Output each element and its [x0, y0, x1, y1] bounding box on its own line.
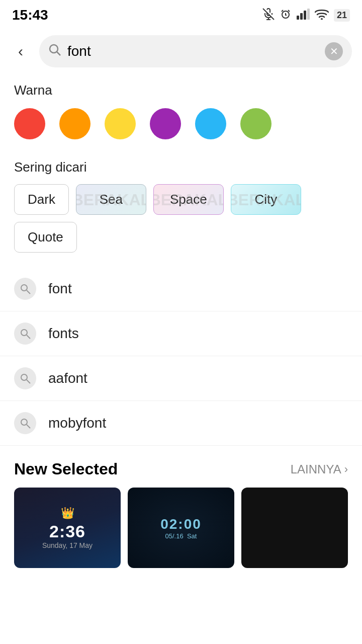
- tag-sea[interactable]: Sea BERAKAL: [76, 184, 146, 215]
- new-selected-section: New Selected LAINNYA › 👑 2:36 Sunday, 17…: [0, 446, 362, 568]
- suggestion-font[interactable]: font: [0, 267, 362, 311]
- alarm-icon: [280, 8, 292, 23]
- svg-line-12: [57, 52, 60, 55]
- suggestion-mobyfont[interactable]: mobyfont: [0, 401, 362, 446]
- suggestions-list: font fonts aafont mobyfont: [0, 267, 362, 446]
- svg-line-18: [27, 380, 30, 383]
- search-bar-row: ‹ ✕: [0, 30, 362, 72]
- suggestion-aafont[interactable]: aafont: [0, 356, 362, 401]
- clear-icon: ✕: [330, 45, 338, 57]
- suggestion-fonts[interactable]: fonts: [0, 311, 362, 356]
- suggestion-search-icon-1: [14, 278, 36, 300]
- thumbnail-black[interactable]: [241, 488, 348, 568]
- signal-icon: [297, 9, 310, 22]
- svg-line-4: [282, 10, 283, 12]
- suggestion-text-1: font: [48, 281, 72, 297]
- sering-section: Sering dicari Dark Sea BERAKAL Space BER…: [0, 154, 362, 253]
- svg-point-10: [321, 18, 323, 20]
- thumb-blue-date: 05/.16 Sat: [165, 532, 197, 540]
- new-selected-title: New Selected: [14, 460, 118, 478]
- search-icon: [48, 43, 61, 59]
- svg-line-5: [288, 10, 290, 12]
- warna-title: Warna: [14, 83, 348, 98]
- green-circle[interactable]: [240, 108, 272, 139]
- lainnya-label: LAINNYA: [291, 462, 341, 476]
- status-time: 15:43: [12, 7, 48, 23]
- tag-city[interactable]: City BERAKAL: [231, 184, 301, 215]
- orange-circle[interactable]: [59, 108, 90, 139]
- back-button[interactable]: ‹: [8, 39, 33, 64]
- tag-quote-label: Quote: [28, 229, 63, 245]
- svg-line-14: [27, 290, 30, 294]
- color-circles: [0, 108, 362, 139]
- battery-level: 21: [334, 9, 350, 22]
- suggestion-text-3: aafont: [48, 370, 87, 386]
- thumbnail-blue[interactable]: 02:00 05/.16 Sat: [128, 488, 234, 568]
- svg-point-13: [21, 285, 27, 291]
- svg-point-19: [21, 419, 27, 425]
- lainnya-arrow-icon: ›: [344, 463, 348, 476]
- thumb-blue-time: 02:00: [160, 516, 202, 532]
- blue-circle[interactable]: [195, 108, 226, 139]
- tag-dark[interactable]: Dark: [14, 184, 69, 215]
- svg-rect-9: [307, 9, 310, 20]
- warna-section: Warna: [0, 72, 362, 98]
- svg-line-16: [27, 335, 30, 339]
- crown-icon: 👑: [61, 507, 74, 520]
- thumbnail-dark[interactable]: 👑 2:36 Sunday, 17 May: [14, 488, 121, 568]
- tag-sea-label: Sea: [100, 192, 123, 207]
- status-icons: 21: [262, 8, 350, 23]
- red-circle[interactable]: [14, 108, 45, 139]
- svg-point-17: [21, 374, 27, 380]
- status-bar: 15:43: [0, 0, 362, 30]
- tag-dark-label: Dark: [28, 192, 55, 207]
- thumb-dark-time: 2:36: [49, 522, 85, 541]
- suggestion-search-icon-2: [14, 323, 36, 345]
- yellow-circle[interactable]: [105, 108, 136, 139]
- clear-button[interactable]: ✕: [325, 42, 343, 60]
- new-selected-header: New Selected LAINNYA ›: [14, 460, 348, 478]
- lainnya-button[interactable]: LAINNYA ›: [291, 462, 348, 476]
- back-arrow-icon: ‹: [18, 43, 23, 60]
- thumbnail-grid: 👑 2:36 Sunday, 17 May 02:00 05/.16 Sat: [14, 488, 348, 568]
- purple-circle[interactable]: [150, 108, 181, 139]
- svg-rect-8: [304, 11, 306, 20]
- svg-point-11: [50, 45, 58, 53]
- tag-space[interactable]: Space BERAKAL: [153, 184, 224, 215]
- svg-point-15: [21, 330, 27, 336]
- suggestion-text-2: fonts: [48, 326, 79, 342]
- suggestion-search-icon-3: [14, 367, 36, 389]
- tag-quote[interactable]: Quote: [14, 222, 77, 253]
- search-input-wrap: ✕: [39, 35, 352, 67]
- svg-rect-7: [300, 13, 303, 20]
- mute-icon: [262, 8, 275, 23]
- thumb-dark-date: Sunday, 17 May: [42, 541, 93, 549]
- sering-tags: Dark Sea BERAKAL Space BERAKAL City BERA…: [14, 184, 348, 253]
- tag-city-label: City: [255, 192, 278, 207]
- search-input[interactable]: [67, 43, 319, 59]
- wifi-icon: [315, 9, 329, 22]
- sering-dicari-title: Sering dicari: [14, 159, 348, 175]
- svg-rect-6: [297, 16, 299, 20]
- suggestion-text-4: mobyfont: [48, 415, 106, 431]
- tag-space-label: Space: [170, 192, 207, 207]
- svg-line-20: [27, 425, 30, 428]
- suggestion-search-icon-4: [14, 412, 36, 434]
